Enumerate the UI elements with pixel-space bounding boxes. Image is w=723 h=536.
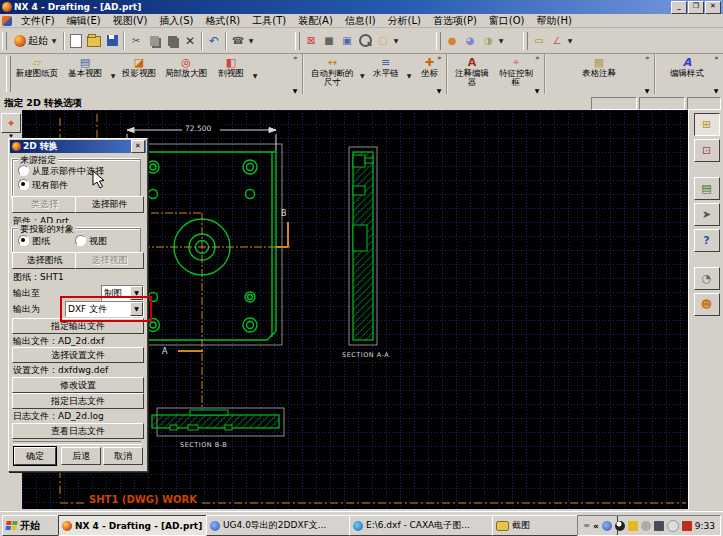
minimize-icon[interactable]: _: [671, 1, 687, 14]
open-file-button[interactable]: [85, 32, 103, 50]
dialog-rail-button[interactable]: ✦: [1, 113, 21, 133]
taskbar-task-nx[interactable]: NX 4 - Drafting - [AD.prt]: [58, 515, 209, 536]
toolbar-options-icon[interactable]: ▼: [437, 87, 442, 94]
dialog-close-icon[interactable]: ✕: [131, 140, 145, 153]
view-log-file-button[interactable]: 查看日志文件: [12, 423, 144, 439]
zoom-button[interactable]: [356, 32, 374, 50]
annotation-editor-button[interactable]: A 注释编辑器: [450, 54, 494, 94]
chevron-down-icon[interactable]: ▼: [358, 72, 366, 94]
select-settings-file-button[interactable]: 选择设置文件: [12, 347, 144, 363]
start-menu-button[interactable]: 起始 ▼: [9, 31, 61, 51]
menu-preferences[interactable]: 首选项(P): [427, 14, 483, 28]
help-button[interactable]: ?: [694, 229, 720, 252]
toolbar-grip[interactable]: [436, 32, 441, 50]
monitor-tray-icon[interactable]: [654, 521, 664, 531]
reuse-library-button[interactable]: ➤: [694, 203, 720, 226]
close-icon[interactable]: ✕: [705, 1, 721, 14]
assembly-navigator-button[interactable]: ⊞: [694, 113, 720, 136]
toolbar-overflow-icon[interactable]: »: [645, 54, 648, 62]
specify-log-file-button[interactable]: 指定日志文件: [12, 393, 144, 409]
ok-button[interactable]: 确定: [14, 447, 56, 465]
detail-view-button[interactable]: ◎ 局部放大图: [161, 54, 211, 94]
toolbar-options-icon[interactable]: ▼: [535, 87, 540, 94]
zoom-box-button[interactable]: ▣: [338, 32, 356, 50]
offline-tray-icon[interactable]: [667, 520, 679, 532]
toolbar-options-icon[interactable]: ▼: [714, 87, 719, 94]
constraint-navigator-button[interactable]: ⊡: [694, 139, 720, 162]
menu-window[interactable]: 窗口(O): [483, 14, 531, 28]
history-button[interactable]: ◔: [694, 267, 720, 290]
toolbar-overflow-icon[interactable]: »: [293, 54, 296, 62]
undo-button[interactable]: ↶: [205, 32, 223, 50]
toolbar-grip[interactable]: [523, 32, 528, 50]
cut-button[interactable]: ✂: [127, 32, 145, 50]
radio-view[interactable]: 视图: [75, 235, 107, 248]
delete-button[interactable]: ✕: [181, 32, 199, 50]
menu-assembly[interactable]: 装配(A): [292, 14, 339, 28]
menu-insert[interactable]: 插入(S): [153, 14, 199, 28]
shaded-display-button[interactable]: ●: [443, 32, 461, 50]
restore-icon[interactable]: ❐: [688, 1, 704, 14]
dialog-phone-button[interactable]: ☎: [229, 32, 247, 50]
menu-view[interactable]: 视图(V): [107, 14, 154, 28]
pan-button[interactable]: ▢: [374, 32, 392, 50]
cancel-button[interactable]: 取消: [103, 447, 143, 465]
chevron-down-icon[interactable]: ▼: [251, 72, 259, 94]
select-view-button[interactable]: 选择视图: [75, 252, 144, 269]
wireframe-display-button[interactable]: ◕: [461, 32, 479, 50]
taskbar-task-ie[interactable]: UG4.0导出的2DDXF文...: [206, 515, 352, 536]
radio-existing-part[interactable]: 现有部件: [18, 179, 68, 192]
toolbar-overflow-icon[interactable]: »: [714, 54, 717, 62]
shield-yellow-tray-icon[interactable]: [628, 521, 638, 531]
menu-help[interactable]: 帮助(H): [531, 14, 578, 28]
toolbar-overflow-icon[interactable]: »: [437, 54, 440, 62]
taskbar-task-caxa[interactable]: E:\6.dxf - CAXA电子图...: [349, 515, 495, 536]
section-view-button[interactable]: ◧ 剖视图: [211, 54, 251, 94]
menu-format[interactable]: 格式(R): [200, 14, 247, 28]
roles-button[interactable]: ☻: [694, 293, 720, 316]
qq-tray-icon[interactable]: [615, 521, 625, 531]
toolbar-grip[interactable]: [6, 56, 11, 92]
toolbar-grip[interactable]: [2, 32, 7, 50]
tabular-note-button[interactable]: ▦ 表格注释: [570, 54, 628, 94]
measure-distance-button[interactable]: ▭: [530, 32, 548, 50]
back-button[interactable]: 后退: [61, 447, 101, 465]
chevron-down-icon[interactable]: ▼: [109, 72, 117, 94]
edit-style-button[interactable]: A 编辑样式: [662, 54, 712, 94]
security-red-tray-icon[interactable]: [682, 521, 692, 531]
select-drawing-button[interactable]: 选择图纸: [12, 252, 77, 269]
measure-angle-button[interactable]: ∠: [548, 32, 566, 50]
fill-view-button[interactable]: ■: [320, 32, 338, 50]
radio-drawing[interactable]: 图纸: [18, 235, 50, 248]
part-navigator-button[interactable]: ▤: [694, 177, 720, 200]
copy-button[interactable]: [145, 32, 163, 50]
start-button[interactable]: 开始: [2, 515, 59, 536]
new-file-button[interactable]: [67, 32, 85, 50]
gray-ball-tray-icon[interactable]: [641, 521, 651, 531]
menu-file[interactable]: 文件(F): [15, 14, 61, 28]
modify-settings-button[interactable]: 修改设置: [12, 377, 144, 393]
projected-view-button[interactable]: ◪ 投影视图: [117, 54, 161, 94]
fit-view-button[interactable]: ⊠: [302, 32, 320, 50]
select-part-button[interactable]: 选择部件: [75, 196, 144, 213]
menu-information[interactable]: 信息(I): [339, 14, 382, 28]
save-button[interactable]: [103, 32, 121, 50]
dialog-titlebar[interactable]: 2D 转换: [10, 140, 146, 153]
language-bar-icon[interactable]: ≡: [583, 521, 590, 530]
menu-analysis[interactable]: 分析(L): [382, 14, 427, 28]
new-sheet-button[interactable]: ▱ 新建图纸页: [13, 54, 61, 94]
base-view-button[interactable]: ▤ 基本视图: [61, 54, 109, 94]
tray-expand-icon[interactable]: «: [593, 521, 599, 531]
paste-button[interactable]: [163, 32, 181, 50]
toolbar-options-icon[interactable]: ▼: [293, 87, 298, 94]
toolbar-options-icon[interactable]: ▼: [645, 87, 650, 94]
toolbar-grip[interactable]: [295, 32, 300, 50]
menu-tools[interactable]: 工具(T): [246, 14, 292, 28]
class-select-button[interactable]: 类选择: [12, 196, 77, 213]
inferred-dimension-button[interactable]: ↔ 自动判断的尺寸: [306, 54, 358, 94]
chevron-down-icon[interactable]: ▼: [405, 72, 413, 94]
menu-edit[interactable]: 编辑(E): [61, 14, 107, 28]
ie-globe-tray-icon[interactable]: [602, 521, 612, 531]
toolbar-overflow-icon[interactable]: »: [535, 54, 538, 62]
horizontal-chain-button[interactable]: ≡ 水平链: [366, 54, 405, 94]
